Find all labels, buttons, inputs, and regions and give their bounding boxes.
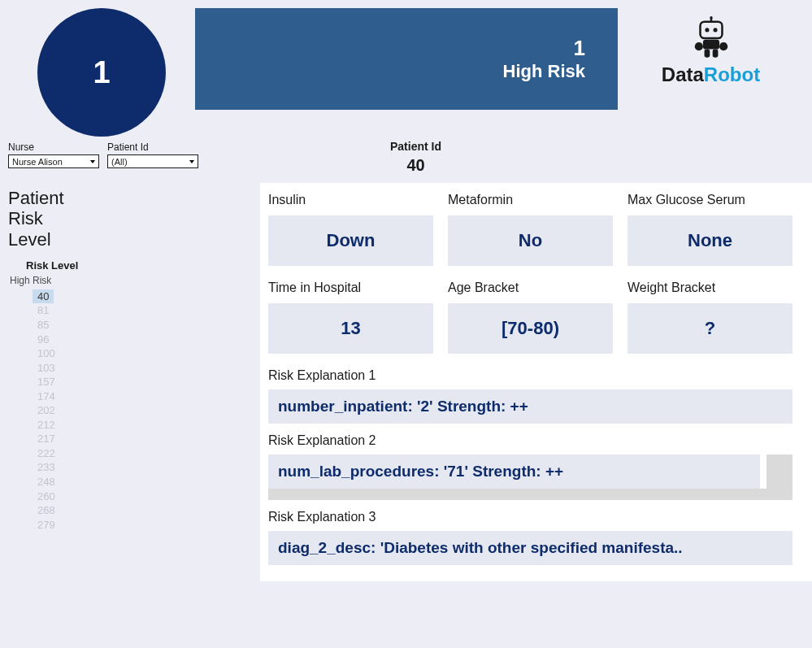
- risk-count-value: 1: [93, 55, 110, 90]
- patient-id-item[interactable]: 157: [33, 375, 60, 389]
- svg-rect-5: [702, 40, 719, 50]
- logo-text-prefix: Data: [662, 63, 704, 85]
- patient-id-list: 4081859610010315717420221221722223324826…: [33, 289, 252, 532]
- banner-label: High Risk: [503, 61, 585, 82]
- metric-value: Down: [268, 215, 433, 266]
- svg-rect-8: [704, 50, 710, 58]
- patient-id-header-value: 40: [390, 156, 441, 175]
- risk-explanation-1-body: number_inpatient: '2' Strength: ++: [268, 389, 792, 424]
- patient-id-item[interactable]: 103: [33, 361, 60, 376]
- svg-point-4: [710, 16, 712, 19]
- svg-point-1: [705, 28, 709, 32]
- risk-explanation-3-label: Risk Explanation 3: [268, 510, 792, 524]
- patient-id-item[interactable]: 81: [33, 303, 54, 318]
- risk-explanation-2-body: num_lab_procedures: '71' Strength: ++: [268, 454, 760, 489]
- patient-id-header-label: Patient Id: [390, 140, 441, 153]
- metric-label: Age Bracket: [448, 281, 613, 295]
- metric-card: Weight Bracket?: [627, 281, 792, 354]
- robot-icon: [689, 16, 733, 60]
- risk-level-label: Risk Level: [26, 259, 252, 272]
- nurse-select[interactable]: Nurse Alison: [8, 154, 99, 168]
- patient-id-item[interactable]: 268: [33, 503, 60, 518]
- scrollbar-vertical[interactable]: [766, 454, 792, 489]
- chevron-down-icon: [189, 160, 194, 163]
- metric-value: None: [627, 215, 792, 266]
- section-title: Patient Risk Level: [8, 188, 252, 250]
- patient-id-item[interactable]: 212: [33, 418, 60, 433]
- patient-id-item[interactable]: 40: [33, 289, 54, 304]
- metric-card: Age Bracket[70-80): [448, 281, 613, 354]
- patient-id-item[interactable]: 233: [33, 460, 60, 475]
- svg-rect-0: [700, 22, 722, 38]
- risk-banner: 1 High Risk: [195, 8, 618, 110]
- banner-count: 1: [574, 36, 585, 61]
- metric-card: Time in Hospital13: [268, 281, 433, 354]
- metric-label: Insulin: [268, 193, 433, 207]
- metric-value: 13: [268, 303, 433, 354]
- risk-count-circle: 1: [37, 8, 166, 137]
- chevron-down-icon: [90, 160, 95, 163]
- nurse-filter-label: Nurse: [8, 141, 99, 153]
- risk-explanation-1-label: Risk Explanation 1: [268, 368, 792, 383]
- patient-id-item[interactable]: 217: [33, 432, 60, 446]
- nurse-select-value: Nurse Alison: [12, 157, 63, 167]
- patient-id-item[interactable]: 100: [33, 346, 60, 361]
- risk-explanation-2-label: Risk Explanation 2: [268, 433, 792, 448]
- risk-explanation-3-body: diag_2_desc: 'Diabetes with other specif…: [268, 531, 792, 565]
- scrollbar-horizontal[interactable]: [268, 489, 792, 500]
- svg-point-2: [713, 28, 717, 32]
- patient-id-item[interactable]: 260: [33, 489, 60, 504]
- metric-label: Weight Bracket: [627, 281, 792, 295]
- patient-id-item[interactable]: 174: [33, 389, 60, 404]
- patient-id-item[interactable]: 248: [33, 475, 60, 489]
- metric-label: Time in Hospital: [268, 281, 433, 295]
- risk-group: High Risk: [10, 275, 252, 286]
- metric-value: [70-80): [448, 303, 613, 354]
- patient-id-item[interactable]: 96: [33, 333, 54, 347]
- metric-value: No: [448, 215, 613, 266]
- metric-label: Max Glucose Serum: [627, 193, 792, 207]
- patient-id-item[interactable]: 85: [33, 318, 54, 333]
- patient-id-select[interactable]: (All): [107, 154, 198, 168]
- metric-card: Max Glucose SerumNone: [627, 193, 792, 266]
- patient-id-select-value: (All): [111, 157, 128, 167]
- patient-id-filter-label: Patient Id: [107, 141, 198, 153]
- logo: DataRobot: [662, 16, 760, 86]
- metric-card: InsulinDown: [268, 193, 433, 266]
- logo-text-suffix: Robot: [704, 63, 760, 85]
- svg-point-7: [719, 42, 727, 50]
- svg-point-6: [694, 42, 702, 50]
- metric-value: ?: [627, 303, 792, 354]
- patient-id-item[interactable]: 202: [33, 403, 60, 418]
- metric-card: MetaforminNo: [448, 193, 613, 266]
- metric-label: Metaformin: [448, 193, 613, 207]
- svg-rect-9: [712, 50, 718, 58]
- patient-id-item[interactable]: 279: [33, 518, 60, 533]
- patient-id-item[interactable]: 222: [33, 446, 60, 461]
